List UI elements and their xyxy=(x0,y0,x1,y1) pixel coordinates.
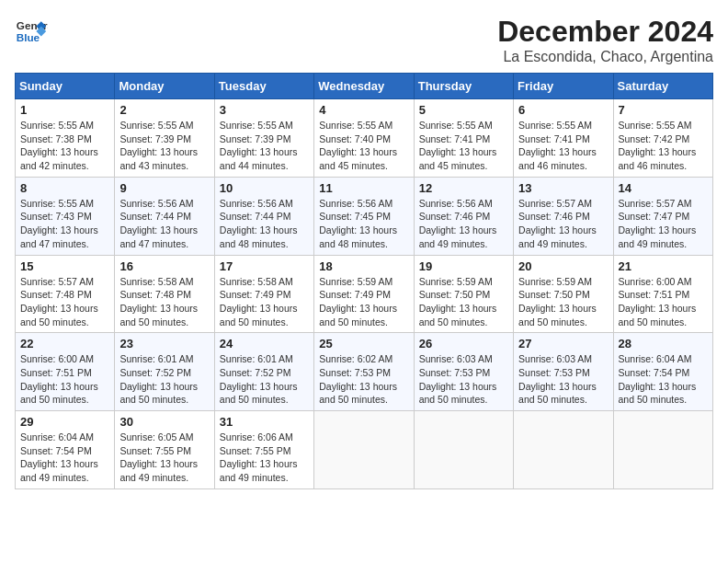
calendar-cell-2: 2 Sunrise: 5:55 AMSunset: 7:39 PMDayligh… xyxy=(115,99,214,178)
calendar-week-3: 15 Sunrise: 5:57 AMSunset: 7:48 PMDaylig… xyxy=(16,255,713,333)
day-info: Sunrise: 5:55 AMSunset: 7:41 PMDaylight:… xyxy=(419,119,508,173)
calendar-cell-18: 18 Sunrise: 5:59 AMSunset: 7:49 PMDaylig… xyxy=(314,255,414,333)
day-number: 13 xyxy=(518,181,608,195)
svg-text:Blue: Blue xyxy=(17,31,40,43)
day-number: 3 xyxy=(220,103,309,117)
col-saturday: Saturday xyxy=(613,74,712,99)
calendar-cell-16: 16 Sunrise: 5:58 AMSunset: 7:48 PMDaylig… xyxy=(115,255,214,333)
day-number: 27 xyxy=(518,337,608,350)
calendar-cell-19: 19 Sunrise: 5:59 AMSunset: 7:50 PMDaylig… xyxy=(414,255,513,333)
day-info: Sunrise: 6:03 AMSunset: 7:53 PMDaylight:… xyxy=(419,352,508,407)
calendar-cell-30: 30 Sunrise: 6:05 AMSunset: 7:55 PMDaylig… xyxy=(115,411,214,489)
day-number: 9 xyxy=(119,181,209,195)
day-number: 26 xyxy=(419,337,508,350)
calendar-cell-26: 26 Sunrise: 6:03 AMSunset: 7:53 PMDaylig… xyxy=(414,333,513,411)
day-number: 14 xyxy=(619,181,708,195)
day-number: 25 xyxy=(319,337,408,350)
day-number: 20 xyxy=(518,259,608,273)
day-number: 29 xyxy=(20,415,109,429)
day-number: 10 xyxy=(220,181,309,195)
day-info: Sunrise: 6:01 AMSunset: 7:52 PMDaylight:… xyxy=(119,352,209,407)
day-info: Sunrise: 5:59 AMSunset: 7:50 PMDaylight:… xyxy=(419,275,508,329)
logo-icon: General Blue xyxy=(15,15,48,48)
day-number: 8 xyxy=(20,181,109,195)
col-monday: Monday xyxy=(115,74,214,99)
day-number: 22 xyxy=(20,337,109,350)
calendar-cell-empty-4-3 xyxy=(314,411,414,489)
calendar-cell-28: 28 Sunrise: 6:04 AMSunset: 7:54 PMDaylig… xyxy=(613,333,712,411)
calendar-cell-empty-4-5 xyxy=(514,411,613,489)
calendar-cell-5: 5 Sunrise: 5:55 AMSunset: 7:41 PMDayligh… xyxy=(414,99,513,178)
calendar-cell-27: 27 Sunrise: 6:03 AMSunset: 7:53 PMDaylig… xyxy=(514,333,613,411)
calendar-week-2: 8 Sunrise: 5:55 AMSunset: 7:43 PMDayligh… xyxy=(16,177,713,255)
day-info: Sunrise: 6:00 AMSunset: 7:51 PMDaylight:… xyxy=(619,275,708,329)
calendar-cell-1: 1 Sunrise: 5:55 AMSunset: 7:38 PMDayligh… xyxy=(16,99,115,178)
day-info: Sunrise: 5:55 AMSunset: 7:38 PMDaylight:… xyxy=(20,119,109,173)
day-number: 21 xyxy=(619,259,708,273)
day-number: 19 xyxy=(419,259,508,273)
day-info: Sunrise: 5:57 AMSunset: 7:46 PMDaylight:… xyxy=(518,197,608,251)
day-info: Sunrise: 5:58 AMSunset: 7:48 PMDaylight:… xyxy=(119,275,209,329)
day-number: 5 xyxy=(419,103,508,117)
calendar-cell-11: 11 Sunrise: 5:56 AMSunset: 7:45 PMDaylig… xyxy=(314,177,414,255)
calendar-cell-empty-4-6 xyxy=(613,411,712,489)
title-block: December 2024 La Escondida, Chaco, Argen… xyxy=(497,15,713,65)
day-info: Sunrise: 5:55 AMSunset: 7:41 PMDaylight:… xyxy=(518,119,608,173)
day-number: 23 xyxy=(119,337,209,350)
day-number: 17 xyxy=(220,259,309,273)
calendar-header-row: Sunday Monday Tuesday Wednesday Thursday… xyxy=(16,74,713,99)
day-number: 6 xyxy=(518,103,608,117)
day-info: Sunrise: 5:56 AMSunset: 7:46 PMDaylight:… xyxy=(419,197,508,251)
day-info: Sunrise: 5:55 AMSunset: 7:39 PMDaylight:… xyxy=(220,119,309,173)
location-subtitle: La Escondida, Chaco, Argentina xyxy=(497,49,713,65)
calendar-cell-24: 24 Sunrise: 6:01 AMSunset: 7:52 PMDaylig… xyxy=(214,333,313,411)
day-info: Sunrise: 5:55 AMSunset: 7:40 PMDaylight:… xyxy=(319,119,408,173)
day-info: Sunrise: 6:03 AMSunset: 7:53 PMDaylight:… xyxy=(518,352,608,407)
day-number: 12 xyxy=(419,181,508,195)
calendar-cell-10: 10 Sunrise: 5:56 AMSunset: 7:44 PMDaylig… xyxy=(214,177,313,255)
day-number: 28 xyxy=(619,337,708,350)
calendar-cell-31: 31 Sunrise: 6:06 AMSunset: 7:55 PMDaylig… xyxy=(214,411,313,489)
calendar-cell-29: 29 Sunrise: 6:04 AMSunset: 7:54 PMDaylig… xyxy=(16,411,115,489)
calendar-cell-20: 20 Sunrise: 5:59 AMSunset: 7:50 PMDaylig… xyxy=(514,255,613,333)
col-tuesday: Tuesday xyxy=(214,74,313,99)
calendar-cell-23: 23 Sunrise: 6:01 AMSunset: 7:52 PMDaylig… xyxy=(115,333,214,411)
day-number: 2 xyxy=(119,103,209,117)
day-number: 7 xyxy=(619,103,708,117)
day-info: Sunrise: 5:59 AMSunset: 7:49 PMDaylight:… xyxy=(319,275,408,329)
day-info: Sunrise: 5:55 AMSunset: 7:42 PMDaylight:… xyxy=(619,119,708,173)
calendar-cell-7: 7 Sunrise: 5:55 AMSunset: 7:42 PMDayligh… xyxy=(613,99,712,178)
logo: General Blue xyxy=(15,15,48,48)
calendar-cell-3: 3 Sunrise: 5:55 AMSunset: 7:39 PMDayligh… xyxy=(214,99,313,178)
day-info: Sunrise: 6:05 AMSunset: 7:55 PMDaylight:… xyxy=(119,431,209,485)
calendar-cell-9: 9 Sunrise: 5:56 AMSunset: 7:44 PMDayligh… xyxy=(115,177,214,255)
day-info: Sunrise: 5:57 AMSunset: 7:47 PMDaylight:… xyxy=(619,197,708,251)
day-number: 1 xyxy=(20,103,109,117)
day-info: Sunrise: 5:56 AMSunset: 7:45 PMDaylight:… xyxy=(319,197,408,251)
calendar-cell-15: 15 Sunrise: 5:57 AMSunset: 7:48 PMDaylig… xyxy=(16,255,115,333)
calendar-cell-4: 4 Sunrise: 5:55 AMSunset: 7:40 PMDayligh… xyxy=(314,99,414,178)
day-info: Sunrise: 5:56 AMSunset: 7:44 PMDaylight:… xyxy=(119,197,209,251)
calendar-cell-empty-4-4 xyxy=(414,411,513,489)
calendar-week-5: 29 Sunrise: 6:04 AMSunset: 7:54 PMDaylig… xyxy=(16,411,713,489)
day-number: 4 xyxy=(319,103,408,117)
calendar-week-4: 22 Sunrise: 6:00 AMSunset: 7:51 PMDaylig… xyxy=(16,333,713,411)
day-number: 18 xyxy=(319,259,408,273)
calendar-week-1: 1 Sunrise: 5:55 AMSunset: 7:38 PMDayligh… xyxy=(16,99,713,178)
day-info: Sunrise: 6:06 AMSunset: 7:55 PMDaylight:… xyxy=(220,431,309,485)
calendar-cell-25: 25 Sunrise: 6:02 AMSunset: 7:53 PMDaylig… xyxy=(314,333,414,411)
calendar-cell-6: 6 Sunrise: 5:55 AMSunset: 7:41 PMDayligh… xyxy=(514,99,613,178)
day-number: 16 xyxy=(119,259,209,273)
col-sunday: Sunday xyxy=(16,74,115,99)
day-info: Sunrise: 6:02 AMSunset: 7:53 PMDaylight:… xyxy=(319,352,408,407)
col-thursday: Thursday xyxy=(414,74,513,99)
calendar-cell-22: 22 Sunrise: 6:00 AMSunset: 7:51 PMDaylig… xyxy=(16,333,115,411)
col-wednesday: Wednesday xyxy=(314,74,414,99)
day-info: Sunrise: 5:55 AMSunset: 7:39 PMDaylight:… xyxy=(119,119,209,173)
calendar-cell-12: 12 Sunrise: 5:56 AMSunset: 7:46 PMDaylig… xyxy=(414,177,513,255)
month-title: December 2024 xyxy=(497,15,713,49)
day-number: 15 xyxy=(20,259,109,273)
day-info: Sunrise: 6:04 AMSunset: 7:54 PMDaylight:… xyxy=(20,431,109,485)
calendar-cell-14: 14 Sunrise: 5:57 AMSunset: 7:47 PMDaylig… xyxy=(613,177,712,255)
day-info: Sunrise: 6:04 AMSunset: 7:54 PMDaylight:… xyxy=(619,352,708,407)
